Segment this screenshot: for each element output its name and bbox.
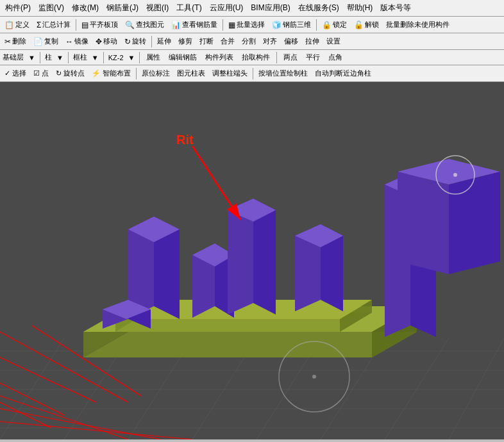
sep-6 (68, 52, 69, 63)
copy-icon: 📄 (33, 37, 43, 46)
btn-rotate[interactable]: ↻旋转 (121, 35, 149, 47)
btn-break[interactable]: 打断 (196, 35, 217, 47)
sep-10 (136, 68, 137, 79)
canvas-area[interactable]: Rit (0, 82, 504, 439)
btn-rotate-point[interactable]: ↻ 旋转点 (53, 67, 88, 79)
mirror-icon: ↔ (65, 37, 73, 46)
svg-marker-22 (83, 332, 417, 357)
sep-9 (276, 52, 277, 63)
btn-batch-select[interactable]: ▦批量选择 (225, 19, 268, 31)
calc-icon: Σ (37, 20, 41, 29)
btn-move[interactable]: ✥移动 (92, 35, 121, 47)
menu-bim[interactable]: BIM应用(B) (247, 1, 294, 15)
btn-find[interactable]: 🔍查找图元 (122, 19, 167, 31)
menu-view[interactable]: 监图(V) (35, 1, 68, 15)
menu-modify[interactable]: 修改(M) (68, 1, 103, 15)
type-arrow: ▼ (55, 54, 65, 61)
btn-pick-component[interactable]: 抬取构件 (239, 51, 273, 63)
sep-5 (40, 52, 40, 63)
select-bar: 基础层 ▼ 柱 ▼ 框柱 ▼ KZ-2 ▼ 属性 编辑钢筋 构件列表 抬取构件 … (0, 50, 504, 65)
svg-point-54 (453, 173, 457, 177)
btn-column-table[interactable]: 图元柱表 (174, 67, 208, 79)
btn-wall-column[interactable]: 按墙位置绘制柱 (255, 67, 311, 79)
btn-settings[interactable]: 设置 (323, 35, 344, 47)
rotate-icon: ↻ (124, 37, 131, 46)
menu-component[interactable]: 构件(P) (1, 1, 35, 15)
type-label: 柱 (44, 53, 53, 62)
sep-2 (223, 19, 223, 31)
align-icon: ▤ (81, 20, 88, 29)
menu-display[interactable]: 视图(I) (142, 1, 172, 15)
menu-help[interactable]: 帮助(H) (343, 1, 377, 15)
toolbar-3: ✓ 选择 ☑ 点 ↻ 旋转点 ⚡ 智能布置 原位标注 图元柱表 调整柱端头 按墙… (0, 65, 504, 82)
rebar-icon: 📊 (171, 20, 181, 29)
id-arrow: ▼ (127, 54, 137, 61)
btn-batch-delete[interactable]: 批量删除未使用构件 (383, 19, 453, 31)
btn-adjust-end[interactable]: 调整柱端头 (209, 67, 251, 79)
svg-marker-46 (449, 172, 500, 274)
move-icon: ✥ (96, 37, 102, 46)
3d-icon: 🧊 (272, 20, 281, 29)
btn-merge[interactable]: 合并 (217, 35, 238, 47)
layer-label: 基础层 (1, 53, 25, 62)
btn-stretch[interactable]: 拉伸 (302, 35, 323, 47)
btn-angle[interactable]: 点角 (325, 51, 346, 63)
layer-arrow: ▼ (27, 54, 37, 61)
svg-text:Rit: Rit (176, 133, 194, 147)
btn-align[interactable]: 对齐 (260, 35, 280, 47)
sep-4 (151, 36, 152, 47)
btn-split[interactable]: 分割 (239, 35, 259, 47)
btn-rebar-qty[interactable]: 📊查看钢筋量 (168, 19, 221, 31)
toolbar-2: ✂删除 📄复制 ↔镜像 ✥移动 ↻旋转 延伸 修剪 打断 合并 分割 对齐 偏移… (0, 33, 504, 50)
btn-parallel[interactable]: 平行 (303, 51, 323, 63)
menu-tools[interactable]: 工具(T) (172, 1, 205, 15)
btn-trim[interactable]: 修剪 (175, 35, 196, 47)
btn-select-mode[interactable]: ✓ 选择 (1, 67, 29, 79)
sep-3 (316, 19, 317, 31)
batch-sel-icon: ▦ (228, 20, 235, 29)
btn-edit-rebar[interactable]: 编辑钢筋 (165, 51, 200, 63)
menu-cloud[interactable]: 云应用(U) (206, 1, 248, 15)
menu-version[interactable]: 版本号等 (376, 1, 415, 15)
scene-svg: Rit (0, 82, 504, 439)
btn-checkbox-all[interactable]: ☑ 点 (30, 67, 52, 79)
delete-icon: ✂ (4, 37, 11, 46)
find-icon: 🔍 (125, 20, 135, 29)
btn-original-annotation[interactable]: 原位标注 (139, 67, 173, 79)
btn-extend[interactable]: 延伸 (154, 35, 174, 47)
btn-smart-layout[interactable]: ⚡ 智能布置 (88, 67, 134, 79)
btn-delete[interactable]: ✂删除 (1, 35, 29, 47)
btn-unlock[interactable]: 🔓解锁 (351, 19, 382, 31)
toolbar-1: 📋定义 Σ汇总计算 ▤平齐板顶 🔍查找图元 📊查看钢筋量 ▦批量选择 🧊钢筋三维… (0, 17, 504, 33)
sep-8 (139, 52, 140, 63)
define-icon: 📋 (4, 20, 14, 29)
sep-11 (253, 68, 253, 79)
svg-point-52 (312, 375, 316, 379)
btn-mirror[interactable]: ↔镜像 (62, 35, 92, 47)
menu-online[interactable]: 在线服务(S) (294, 1, 343, 15)
btn-property[interactable]: 属性 (143, 51, 164, 63)
unlock-icon: 🔓 (354, 20, 364, 29)
sep-1 (76, 19, 76, 31)
btn-two-points[interactable]: 两点 (280, 51, 301, 63)
menu-bar: 构件(P) 监图(V) 修改(M) 钢筋量(J) 视图(I) 工具(T) 云应用… (0, 0, 504, 17)
btn-define[interactable]: 📋定义 (1, 19, 33, 31)
btn-auto-corner[interactable]: 自动判断近边角柱 (312, 67, 374, 79)
btn-align-top[interactable]: ▤平齐板顶 (78, 19, 121, 31)
menu-rebar-qty[interactable]: 钢筋量(J) (103, 1, 142, 15)
lock-icon: 🔒 (322, 20, 332, 29)
btn-rebar-3d[interactable]: 🧊钢筋三维 (269, 19, 314, 31)
btn-offset[interactable]: 偏移 (281, 35, 301, 47)
svg-marker-47 (398, 172, 449, 274)
btn-lock[interactable]: 🔒锁定 (319, 19, 350, 31)
btn-component-list[interactable]: 构件列表 (202, 51, 237, 63)
sep-7 (103, 52, 104, 63)
btn-copy[interactable]: 📄复制 (30, 35, 62, 47)
btn-calculate[interactable]: Σ汇总计算 (33, 19, 74, 31)
id-label: KZ-2 (107, 54, 125, 61)
name-arrow: ▼ (90, 54, 100, 61)
name-label: 框柱 (72, 53, 88, 62)
